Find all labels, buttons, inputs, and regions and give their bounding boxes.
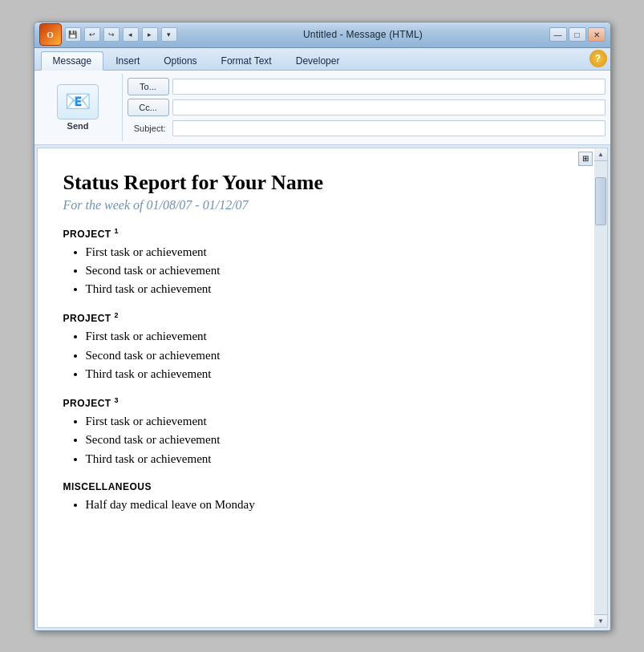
task-item: Third task or achievement: [86, 450, 569, 468]
dropdown-button[interactable]: ▾: [161, 27, 177, 42]
task-item: First task or achievement: [86, 412, 569, 431]
close-button[interactable]: ✕: [588, 27, 606, 42]
ribbon-tab-insert[interactable]: Insert: [103, 51, 152, 70]
report-subtitle: For the week of 01/08/07 - 01/12/07: [63, 198, 569, 213]
scroll-down-button[interactable]: ▼: [594, 614, 607, 627]
task-item: Half day medical leave on Monday: [86, 496, 569, 514]
task-list-1: First task or achievementSecond task or …: [86, 243, 569, 299]
cc-row: Cc...: [128, 98, 606, 117]
email-body-container: ⊞ Status Report for Your Name For the we…: [34, 145, 610, 630]
task-item: First task or achievement: [86, 327, 569, 346]
ribbon: MessageInsertOptionsFormat TextDeveloper…: [34, 48, 610, 71]
task-item: Second task or achievement: [86, 431, 569, 449]
send-icon: 📧: [57, 84, 99, 119]
fields-panel: To... Cc... Subject:: [123, 74, 610, 141]
to-button[interactable]: To...: [128, 78, 169, 95]
subject-row: Subject:: [128, 119, 606, 138]
subject-input[interactable]: [172, 120, 606, 136]
project-section-3: PROJECT 3First task or achievementSecond…: [63, 396, 569, 468]
ribbon-tab-format-text[interactable]: Format Text: [209, 51, 284, 70]
email-body-inner: ⊞ Status Report for Your Name For the we…: [37, 148, 608, 628]
task-item: Second task or achievement: [86, 346, 569, 365]
title-bar-left: O 💾 ↩ ↪ ◂ ▸ ▾: [39, 23, 177, 46]
ribbon-tab-developer[interactable]: Developer: [284, 51, 352, 70]
subject-label: Subject:: [128, 124, 169, 133]
task-list-3: First task or achievementSecond task or …: [86, 412, 569, 468]
send-button[interactable]: Send: [67, 121, 89, 131]
redo-button[interactable]: ↪: [103, 27, 119, 42]
task-item: Second task or achievement: [86, 261, 569, 280]
maximize-button[interactable]: □: [569, 27, 586, 42]
email-content[interactable]: Status Report for Your Name For the week…: [38, 148, 594, 627]
ribbon-tab-message[interactable]: Message: [41, 51, 104, 71]
cc-button[interactable]: Cc...: [128, 99, 169, 116]
prev-button[interactable]: ◂: [123, 27, 139, 42]
task-list-2: First task or achievementSecond task or …: [86, 327, 569, 383]
title-bar: O 💾 ↩ ↪ ◂ ▸ ▾ Untitled - Message (HTML) …: [34, 22, 610, 48]
next-button[interactable]: ▸: [142, 27, 158, 42]
office-logo-icon: O: [39, 23, 62, 46]
project-label-3: PROJECT 3: [63, 396, 569, 409]
corner-icon: ⊞: [578, 152, 593, 166]
to-row: To...: [128, 77, 606, 96]
report-title: Status Report for Your Name: [63, 171, 569, 195]
scroll-up-button[interactable]: ▲: [594, 148, 607, 161]
projects-container: PROJECT 1First task or achievementSecond…: [63, 227, 569, 515]
cc-input[interactable]: [172, 99, 606, 115]
ribbon-tabs: MessageInsertOptionsFormat TextDeveloper: [34, 48, 358, 70]
project-label-2: PROJECT 2: [63, 311, 569, 324]
help-button[interactable]: ?: [589, 50, 607, 67]
window-title: Untitled - Message (HTML): [177, 29, 549, 40]
project-section-4: MISCELLANEOUSHalf day medical leave on M…: [63, 481, 569, 514]
scrollbar[interactable]: ▲ ▼: [594, 148, 607, 627]
outlook-window: O 💾 ↩ ↪ ◂ ▸ ▾ Untitled - Message (HTML) …: [34, 22, 611, 631]
project-label-1: PROJECT 1: [63, 227, 569, 240]
task-item: First task or achievement: [86, 243, 569, 261]
ribbon-tab-options[interactable]: Options: [152, 51, 209, 70]
compose-header: 📧 Send To... Cc... Subject:: [34, 71, 610, 145]
project-section-2: PROJECT 2First task or achievementSecond…: [63, 311, 569, 383]
scroll-thumb[interactable]: [595, 177, 606, 225]
task-item: Third task or achievement: [86, 365, 569, 383]
undo-button[interactable]: ↩: [84, 27, 100, 42]
project-label-4: MISCELLANEOUS: [63, 481, 569, 492]
project-section-1: PROJECT 1First task or achievementSecond…: [63, 227, 569, 299]
scroll-track: [594, 161, 607, 614]
window-controls: — □ ✕: [549, 27, 606, 42]
minimize-button[interactable]: —: [549, 27, 567, 42]
to-input[interactable]: [172, 79, 606, 95]
send-panel: 📧 Send: [34, 74, 123, 141]
quick-save-button[interactable]: 💾: [65, 27, 81, 42]
task-list-4: Half day medical leave on Monday: [86, 496, 569, 514]
task-item: Third task or achievement: [86, 280, 569, 298]
